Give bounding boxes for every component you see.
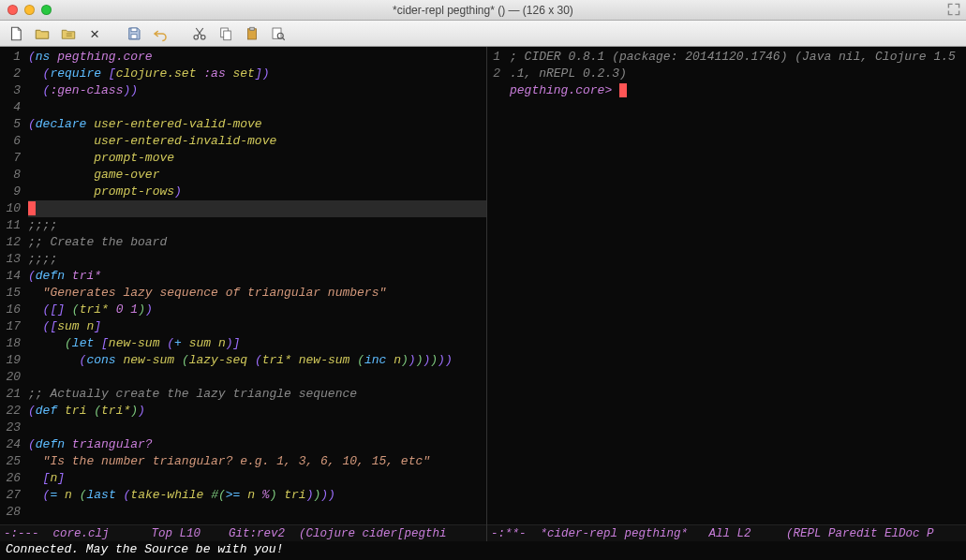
window-title: *cider-repl pegthing* () — (126 x 30): [0, 4, 966, 17]
repl-content[interactable]: ; CIDER 0.8.1 (package: 20141120.1746) (…: [506, 47, 959, 524]
source-pane: 1 2 3 4 5 6 7 8 9 10 11 12 13 14 15 16 1…: [0, 47, 487, 541]
svg-rect-1: [131, 34, 137, 38]
window-titlebar: *cider-repl pegthing* () — (126 x 30): [0, 0, 966, 21]
minibuffer[interactable]: Connected. May the Source be with you!: [0, 541, 966, 560]
editor-area: 1 2 3 4 5 6 7 8 9 10 11 12 13 14 15 16 1…: [0, 47, 966, 541]
modeline-text: -:**- *cider-repl pegthing* All L2 (REPL…: [491, 527, 934, 540]
svg-rect-7: [250, 27, 255, 30]
open-file-icon[interactable]: [32, 23, 52, 44]
zoom-window-button[interactable]: [41, 5, 52, 15]
left-modeline: -:--- core.clj Top L10 Git:rev2 (Clojure…: [0, 524, 486, 541]
cut-icon[interactable]: [189, 23, 210, 44]
save-as-icon[interactable]: [58, 23, 79, 44]
copy-icon[interactable]: [215, 23, 236, 44]
new-file-icon[interactable]: [6, 23, 26, 44]
repl-gutter: 1 2: [487, 47, 506, 524]
repl-banner-2: .1, nREPL 0.2.3): [510, 66, 627, 81]
line-number-gutter: 1 2 3 4 5 6 7 8 9 10 11 12 13 14 15 16 1…: [0, 47, 26, 524]
right-modeline: -:**- *cider-repl pegthing* All L2 (REPL…: [487, 524, 966, 541]
find-icon[interactable]: [268, 23, 289, 44]
repl-banner-1: ; CIDER 0.8.1 (package: 20141120.1746) (…: [510, 50, 956, 64]
minimize-window-button[interactable]: [24, 5, 35, 15]
svg-rect-5: [224, 31, 231, 40]
repl-pane: 1 2 ; CIDER 0.8.1 (package: 20141120.174…: [487, 47, 966, 541]
svg-rect-0: [131, 28, 137, 32]
repl-prompt: pegthing.core>: [510, 83, 619, 97]
toolbar: ✕: [0, 21, 966, 47]
repl-buffer[interactable]: 1 2 ; CIDER 0.8.1 (package: 20141120.174…: [487, 47, 966, 524]
paste-icon[interactable]: [242, 23, 262, 44]
source-buffer[interactable]: 1 2 3 4 5 6 7 8 9 10 11 12 13 14 15 16 1…: [0, 47, 486, 524]
repl-cursor: [619, 83, 627, 97]
close-icon[interactable]: ✕: [84, 23, 105, 44]
source-code[interactable]: (ns pegthing.core (require [clojure.set …: [26, 47, 486, 524]
fullscreen-icon[interactable]: [947, 3, 960, 16]
undo-icon[interactable]: [150, 23, 171, 44]
traffic-lights: [7, 5, 52, 15]
minibuffer-message: Connected. May the Source be with you!: [6, 542, 283, 556]
save-icon[interactable]: [124, 23, 144, 44]
close-window-button[interactable]: [7, 5, 18, 15]
modeline-text: -:--- core.clj Top L10 Git:rev2 (Clojure…: [4, 527, 447, 540]
